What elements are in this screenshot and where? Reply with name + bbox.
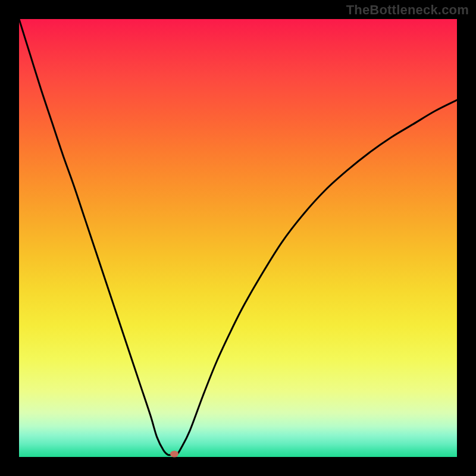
chart-frame: TheBottleneck.com xyxy=(0,0,476,476)
bottleneck-curve xyxy=(19,19,457,457)
watermark-text: TheBottleneck.com xyxy=(346,2,469,18)
minimum-marker xyxy=(170,450,178,457)
plot-area xyxy=(19,19,457,457)
